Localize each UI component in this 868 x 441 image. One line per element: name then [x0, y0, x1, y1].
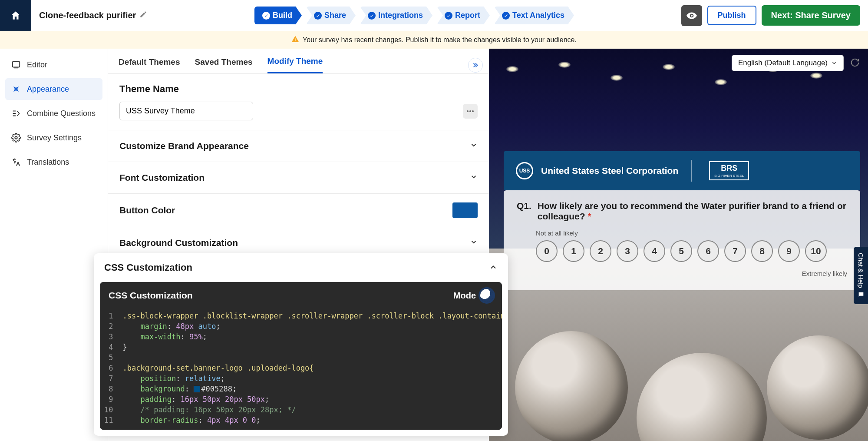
next-share-button[interactable]: Next: Share Survey — [762, 5, 860, 26]
preview-button[interactable] — [681, 5, 702, 26]
css-card-title: CSS Customization — [104, 262, 192, 273]
svg-point-3 — [467, 110, 469, 112]
refresh-icon — [850, 58, 860, 67]
accordion-font[interactable]: Font Customization — [108, 162, 489, 194]
svg-point-2 — [15, 136, 17, 139]
nps-low-label: Not at all likely — [536, 229, 578, 237]
nps-option-8[interactable]: 8 — [751, 240, 773, 262]
chevron-down-icon — [470, 141, 478, 151]
chevron-down-icon — [470, 238, 478, 248]
sidebar-item-editor[interactable]: Editor — [5, 54, 102, 76]
editor-icon — [11, 60, 21, 70]
pencil-icon — [139, 10, 147, 18]
code-area[interactable]: 1 2 3 4 5 6 7 8 9 10 11 .ss-block-wrappe… — [100, 309, 502, 430]
tab-default-themes[interactable]: Default Themes — [119, 57, 180, 73]
top-bar: Clone-feedback purifier Build Share Inte… — [0, 0, 868, 31]
uss-logo-mark: USS — [516, 162, 533, 179]
nps-option-6[interactable]: 6 — [697, 240, 719, 262]
warning-icon — [291, 35, 299, 45]
nps-option-9[interactable]: 9 — [778, 240, 800, 262]
sidebar-item-settings[interactable]: Survey Settings — [5, 127, 102, 149]
sidebar-item-translations[interactable]: Translations — [5, 151, 102, 173]
uss-logo-text: United States Steel Corporation — [541, 166, 678, 176]
theme-tabs: Default Themes Saved Themes Modify Theme — [108, 49, 489, 74]
check-icon — [502, 12, 510, 20]
top-actions: Publish Next: Share Survey — [681, 5, 860, 26]
check-icon — [368, 12, 376, 20]
language-selector[interactable]: English (Default Language) — [732, 55, 844, 71]
sidebar-item-combine[interactable]: Combine Questions — [5, 103, 102, 124]
nps-option-3[interactable]: 3 — [617, 240, 638, 262]
theme-name-label: Theme Name — [119, 83, 478, 95]
check-icon — [262, 12, 270, 20]
brs-logo: BRS BIG RIVER STEEL — [709, 161, 749, 180]
collapse-panel-button[interactable] — [468, 58, 483, 73]
tab-modify-theme[interactable]: Modify Theme — [267, 56, 323, 73]
home-icon — [10, 10, 21, 21]
question-text: How likely are you to recommend the Wate… — [538, 201, 847, 222]
sidebar-item-appearance[interactable]: Appearance — [5, 78, 102, 100]
question-number: Q1. — [517, 201, 531, 222]
moon-icon — [480, 289, 493, 302]
nps-option-10[interactable]: 10 — [805, 240, 827, 262]
edit-title-button[interactable] — [139, 10, 147, 20]
code-content[interactable]: .ss-block-wrapper .blocklist-wrapper .sc… — [118, 309, 502, 430]
divider — [691, 160, 692, 182]
step-share[interactable]: Share — [306, 7, 356, 24]
theme-name-more-button[interactable] — [463, 104, 478, 119]
theme-name-input[interactable] — [119, 102, 253, 120]
css-customization-card: CSS Customization CSS Customization Mode… — [94, 253, 508, 436]
nps-option-4[interactable]: 4 — [644, 240, 665, 262]
step-build[interactable]: Build — [254, 7, 302, 24]
step-report[interactable]: Report — [437, 7, 490, 24]
home-button[interactable] — [0, 0, 31, 31]
editor-mode-toggle[interactable]: Mode — [453, 289, 493, 302]
left-sidebar: Editor Appearance Combine Questions Surv… — [0, 49, 108, 441]
svg-rect-0 — [13, 62, 20, 67]
button-color-label: Button Color — [119, 205, 175, 216]
step-integrations[interactable]: Integrations — [360, 7, 432, 24]
svg-point-5 — [472, 110, 474, 112]
publish-button[interactable]: Publish — [707, 6, 756, 25]
alert-text: Your survey has recent changes. Publish … — [303, 36, 577, 44]
nps-option-7[interactable]: 7 — [724, 240, 746, 262]
survey-title: Clone-feedback purifier — [39, 10, 136, 20]
nps-option-0[interactable]: 0 — [536, 240, 558, 262]
workflow-steps: Build Share Integrations Report Text Ana… — [254, 7, 574, 24]
ellipsis-icon — [466, 110, 474, 113]
button-color-swatch[interactable] — [452, 202, 478, 218]
nps-high-label: Extremely likely — [802, 270, 847, 277]
css-editor[interactable]: CSS Customization Mode 1 2 3 4 5 6 7 8 9 — [100, 282, 502, 430]
chevron-double-right-icon — [472, 62, 479, 69]
eye-icon — [686, 10, 697, 21]
nps-option-5[interactable]: 5 — [670, 240, 692, 262]
translate-icon — [11, 157, 21, 167]
check-icon — [445, 12, 452, 20]
nps-option-2[interactable]: 2 — [590, 240, 611, 262]
gear-icon — [11, 133, 21, 143]
line-gutter: 1 2 3 4 5 6 7 8 9 10 11 — [100, 309, 118, 430]
refresh-preview-button[interactable] — [847, 55, 863, 70]
chat-icon — [858, 291, 865, 298]
check-icon — [314, 12, 322, 20]
survey-brand-bar: USS United States Steel Corporation BRS … — [504, 151, 860, 190]
preview-pane: English (Default Language) — [489, 49, 868, 441]
chevron-down-icon — [831, 60, 837, 66]
survey-title-block: Clone-feedback purifier — [39, 10, 147, 20]
appearance-icon — [11, 84, 21, 94]
button-color-row: Button Color — [108, 194, 489, 227]
step-text-analytics[interactable]: Text Analytics — [494, 7, 574, 24]
chevron-down-icon — [470, 172, 478, 183]
chevron-up-icon — [489, 263, 498, 272]
tab-saved-themes[interactable]: Saved Themes — [195, 57, 252, 73]
combine-icon — [11, 109, 21, 118]
uss-logo: USS United States Steel Corporation — [516, 162, 678, 179]
chat-help-tab[interactable]: Chat & Help — [854, 247, 868, 305]
publish-alert: Your survey has recent changes. Publish … — [0, 31, 868, 49]
theme-name-section: Theme Name — [108, 74, 489, 130]
svg-point-4 — [469, 110, 471, 112]
collapse-css-button[interactable] — [489, 263, 498, 273]
nps-option-1[interactable]: 1 — [563, 240, 584, 262]
accordion-brand[interactable]: Customize Brand Appearance — [108, 130, 489, 162]
survey-question-card: Q1. How likely are you to recommend the … — [504, 190, 860, 290]
